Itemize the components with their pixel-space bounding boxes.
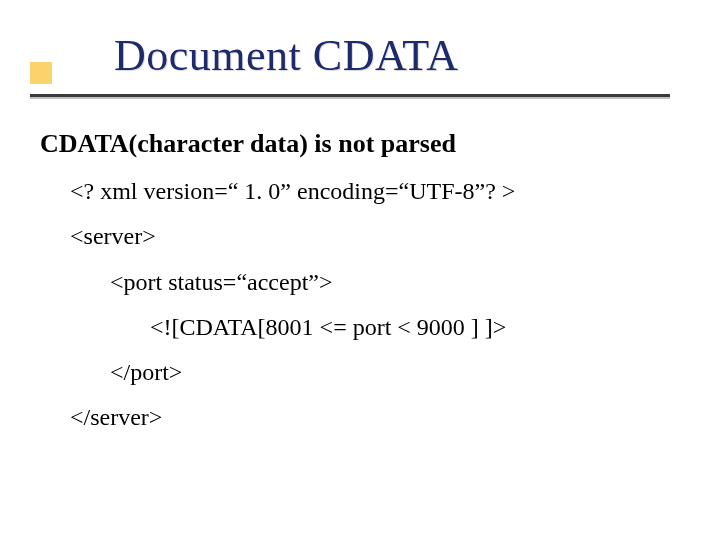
code-line-cdata: <![CDATA[8001 <= port < 9000 ] ]> (40, 315, 680, 340)
subtitle: CDATA(character data) is not parsed (40, 130, 680, 157)
slide: Document CDATA CDATA(character data) is … (0, 0, 720, 540)
code-line-xml-decl: <? xml version=“ 1. 0” encoding=“UTF-8”?… (40, 179, 680, 204)
slide-title: Document CDATA (114, 30, 458, 81)
bullet-square-icon (30, 62, 52, 84)
code-line-port-open: <port status=“accept”> (40, 270, 680, 295)
code-line-port-close: </port> (40, 360, 680, 385)
code-line-server-close: </server> (40, 405, 680, 430)
title-underline-light (30, 97, 670, 99)
slide-body: CDATA(character data) is not parsed <? x… (40, 130, 680, 450)
code-line-server-open: <server> (40, 224, 680, 249)
